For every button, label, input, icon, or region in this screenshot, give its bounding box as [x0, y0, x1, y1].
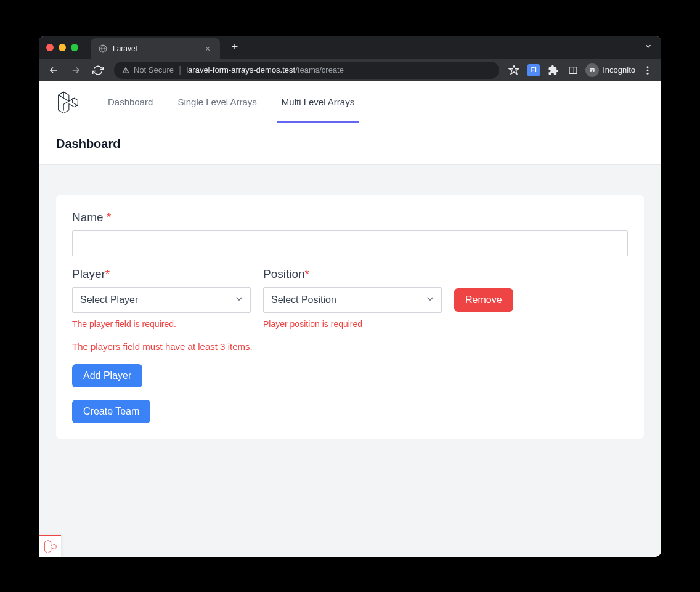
name-label: Name * [72, 211, 628, 224]
bookmark-button[interactable] [507, 63, 521, 78]
minimize-window-button[interactable] [59, 44, 66, 51]
extension-badge: FI [527, 64, 540, 76]
extensions-menu-button[interactable] [546, 63, 561, 78]
url-host: laravel-form-arrays-demos.test [186, 65, 295, 75]
not-secure-label: Not Secure [134, 65, 174, 75]
required-indicator: * [107, 211, 111, 224]
page-body: Name * Player* Select Player [39, 165, 661, 469]
url-separator: | [179, 65, 181, 76]
name-input[interactable] [72, 230, 628, 256]
form-card: Name * Player* Select Player [56, 195, 644, 439]
new-tab-button[interactable]: + [226, 39, 243, 56]
nav-multi-level[interactable]: Multi Level Arrays [272, 81, 364, 123]
laravel-logo-icon[interactable] [56, 91, 78, 113]
back-button[interactable] [45, 62, 62, 79]
extension-button[interactable]: FI [526, 63, 541, 78]
browser-toolbar: Not Secure | laravel-form-arrays-demos.t… [39, 59, 661, 81]
player-label: Player* [72, 267, 251, 281]
required-indicator: * [305, 267, 309, 280]
traffic-lights [46, 44, 78, 51]
remove-button[interactable]: Remove [454, 288, 513, 312]
menu-button[interactable] [640, 63, 655, 78]
globe-icon [98, 44, 108, 54]
nav-dashboard[interactable]: Dashboard [98, 81, 163, 123]
remove-col: Remove [454, 267, 513, 312]
security-warning: Not Secure [121, 65, 174, 75]
svg-rect-1 [569, 67, 577, 73]
player-error: The player field is required. [72, 319, 251, 329]
incognito-icon [585, 63, 599, 77]
position-label: Position* [263, 267, 442, 281]
player-col: Player* Select Player The player field i… [72, 267, 251, 329]
players-count-error: The players field must have at least 3 i… [72, 341, 628, 352]
position-select[interactable]: Select Position [263, 287, 442, 313]
svg-point-5 [647, 66, 649, 68]
url-text: laravel-form-arrays-demos.test/teams/cre… [186, 65, 344, 75]
close-tab-button[interactable]: × [203, 44, 213, 54]
panel-button[interactable] [566, 63, 580, 78]
player-select[interactable]: Select Player [72, 287, 251, 313]
browser-tab[interactable]: Laravel × [91, 38, 220, 59]
svg-point-6 [647, 69, 649, 71]
position-col: Position* Select Position Player positio… [263, 267, 442, 329]
titlebar: Laravel × + [39, 36, 661, 59]
reload-button[interactable] [89, 62, 107, 79]
nav-single-level[interactable]: Single Level Arrays [168, 81, 266, 123]
browser-window: Laravel × + Not Secure | laravel-form-ar… [39, 36, 661, 557]
required-indicator: * [105, 267, 110, 280]
laravel-debug-badge[interactable] [39, 535, 61, 557]
tabs-overflow-button[interactable] [644, 42, 653, 52]
page-content: Dashboard Single Level Arrays Multi Leve… [39, 81, 661, 557]
svg-point-7 [647, 72, 649, 74]
svg-point-3 [590, 70, 592, 72]
position-error: Player position is required [263, 319, 442, 329]
player-row: Player* Select Player The player field i… [72, 267, 628, 329]
app-nav: Dashboard Single Level Arrays Multi Leve… [39, 81, 661, 123]
incognito-label: Incognito [603, 65, 635, 75]
close-window-button[interactable] [46, 44, 54, 51]
page-header: Dashboard [39, 123, 661, 165]
page-title: Dashboard [56, 137, 644, 151]
create-team-button[interactable]: Create Team [72, 400, 150, 423]
add-player-button[interactable]: Add Player [72, 364, 142, 387]
maximize-window-button[interactable] [71, 44, 78, 51]
incognito-indicator[interactable]: Incognito [585, 63, 635, 77]
toolbar-right: FI Incognito [507, 63, 655, 78]
forward-button[interactable] [67, 62, 84, 79]
url-path: /teams/create [295, 65, 344, 75]
svg-point-4 [593, 70, 595, 72]
tab-title: Laravel [113, 44, 198, 53]
address-bar[interactable]: Not Secure | laravel-form-arrays-demos.t… [114, 62, 499, 79]
